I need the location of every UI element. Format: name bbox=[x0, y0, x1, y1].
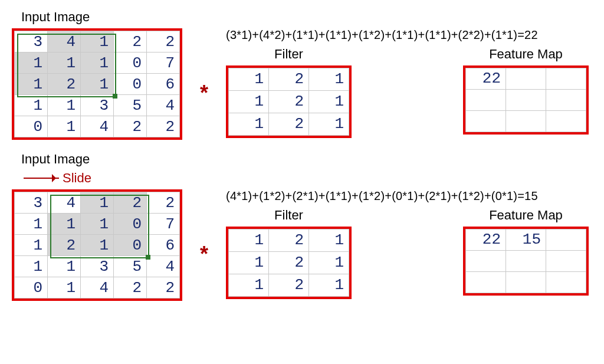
input-cell: 0 bbox=[114, 214, 147, 235]
feature-map-label: Feature Map bbox=[489, 208, 563, 223]
filter-grid: 121121121 bbox=[226, 65, 352, 138]
input-cell: 4 bbox=[147, 95, 180, 116]
input-cell: 1 bbox=[15, 53, 48, 74]
input-cell: 1 bbox=[48, 95, 81, 116]
filter-cell: 1 bbox=[229, 90, 269, 113]
feature-cell bbox=[466, 110, 506, 132]
input-cell: 1 bbox=[81, 53, 114, 74]
input-cell: 3 bbox=[15, 192, 48, 214]
feature-map-grid: 2215 bbox=[463, 227, 589, 296]
feature-cell bbox=[466, 89, 506, 110]
feature-cell bbox=[466, 250, 506, 271]
input-cell: 2 bbox=[114, 116, 147, 137]
input-cell: 1 bbox=[15, 235, 48, 256]
input-cell: 2 bbox=[147, 277, 180, 299]
input-cell: 1 bbox=[15, 214, 48, 235]
input-cell: 3 bbox=[15, 31, 48, 53]
input-cell: 0 bbox=[15, 277, 48, 299]
arrow-right-icon bbox=[24, 178, 59, 179]
filter-cell: 2 bbox=[269, 113, 309, 135]
filter-cell: 1 bbox=[229, 68, 269, 90]
feature-cell bbox=[546, 271, 586, 293]
input-image-label: Input Image bbox=[21, 152, 592, 167]
input-cell: 4 bbox=[48, 192, 81, 214]
input-cell: 5 bbox=[114, 256, 147, 277]
feature-cell bbox=[546, 110, 586, 132]
filter-cell: 1 bbox=[309, 251, 349, 274]
input-cell: 4 bbox=[81, 277, 114, 299]
input-cell: 1 bbox=[81, 214, 114, 235]
filter-cell: 1 bbox=[309, 68, 349, 90]
feature-cell bbox=[506, 271, 546, 293]
input-cell: 2 bbox=[114, 31, 147, 53]
input-cell: 5 bbox=[114, 95, 147, 116]
filter-cell: 1 bbox=[309, 274, 349, 296]
input-cell: 1 bbox=[48, 256, 81, 277]
input-cell: 7 bbox=[147, 53, 180, 74]
input-cell: 2 bbox=[114, 277, 147, 299]
feature-cell: 22 bbox=[466, 229, 506, 250]
feature-cell bbox=[466, 271, 506, 293]
input-cell: 1 bbox=[15, 256, 48, 277]
feature-cell bbox=[506, 68, 546, 89]
input-cell: 7 bbox=[147, 214, 180, 235]
input-cell: 1 bbox=[15, 74, 48, 95]
filter-cell: 2 bbox=[269, 90, 309, 113]
equation-step-1: (3*1)+(4*2)+(1*1)+(1*1)+(1*2)+(1*1)+(1*1… bbox=[226, 28, 592, 42]
input-cell: 0 bbox=[114, 235, 147, 256]
convolution-step-1: Input Image 3412211107121061135401422 * … bbox=[12, 9, 592, 140]
filter-grid: 121121121 bbox=[226, 227, 352, 299]
filter-cell: 1 bbox=[229, 274, 269, 296]
input-cell: 4 bbox=[81, 116, 114, 137]
filter-cell: 1 bbox=[309, 113, 349, 135]
input-cell: 1 bbox=[81, 235, 114, 256]
input-cell: 0 bbox=[15, 116, 48, 137]
filter-label: Filter bbox=[274, 208, 303, 223]
feature-cell: 15 bbox=[506, 229, 546, 250]
input-image-label: Input Image bbox=[21, 9, 592, 25]
feature-cell bbox=[546, 68, 586, 89]
filter-cell: 1 bbox=[229, 251, 269, 274]
input-cell: 2 bbox=[147, 31, 180, 53]
input-cell: 2 bbox=[147, 192, 180, 214]
input-cell: 1 bbox=[81, 192, 114, 214]
convolution-step-2: Input Image Slide 3412211107121061135401… bbox=[12, 152, 592, 301]
input-cell: 0 bbox=[114, 74, 147, 95]
feature-cell: 22 bbox=[466, 68, 506, 89]
input-cell: 6 bbox=[147, 235, 180, 256]
input-cell: 4 bbox=[147, 256, 180, 277]
input-cell: 6 bbox=[147, 74, 180, 95]
input-cell: 3 bbox=[81, 256, 114, 277]
filter-cell: 2 bbox=[269, 68, 309, 90]
convolution-operator: * bbox=[196, 242, 212, 267]
feature-cell bbox=[506, 89, 546, 110]
feature-cell bbox=[506, 250, 546, 271]
slide-label: Slide bbox=[63, 170, 91, 186]
slide-indicator: Slide bbox=[19, 170, 592, 186]
input-cell: 1 bbox=[48, 214, 81, 235]
filter-cell: 1 bbox=[229, 113, 269, 135]
input-cell: 1 bbox=[48, 53, 81, 74]
input-cell: 1 bbox=[15, 95, 48, 116]
filter-label: Filter bbox=[274, 47, 303, 62]
filter-cell: 1 bbox=[309, 229, 349, 251]
input-cell: 2 bbox=[114, 192, 147, 214]
feature-cell bbox=[546, 229, 586, 250]
input-image-grid: 3412211107121061135401422 bbox=[12, 189, 182, 301]
input-image-grid: 3412211107121061135401422 bbox=[12, 28, 182, 140]
filter-cell: 2 bbox=[269, 229, 309, 251]
input-cell: 2 bbox=[48, 235, 81, 256]
feature-cell bbox=[546, 250, 586, 271]
input-cell: 4 bbox=[48, 31, 81, 53]
equation-step-2: (4*1)+(1*2)+(2*1)+(1*1)+(1*2)+(0*1)+(2*1… bbox=[226, 189, 592, 203]
input-cell: 3 bbox=[81, 95, 114, 116]
filter-cell: 1 bbox=[229, 229, 269, 251]
filter-cell: 2 bbox=[269, 251, 309, 274]
feature-cell bbox=[546, 89, 586, 110]
convolution-operator: * bbox=[196, 81, 212, 106]
input-cell: 0 bbox=[114, 53, 147, 74]
feature-cell bbox=[506, 110, 546, 132]
feature-map-label: Feature Map bbox=[489, 47, 563, 62]
feature-map-grid: 22 bbox=[463, 65, 589, 135]
input-cell: 2 bbox=[147, 116, 180, 137]
